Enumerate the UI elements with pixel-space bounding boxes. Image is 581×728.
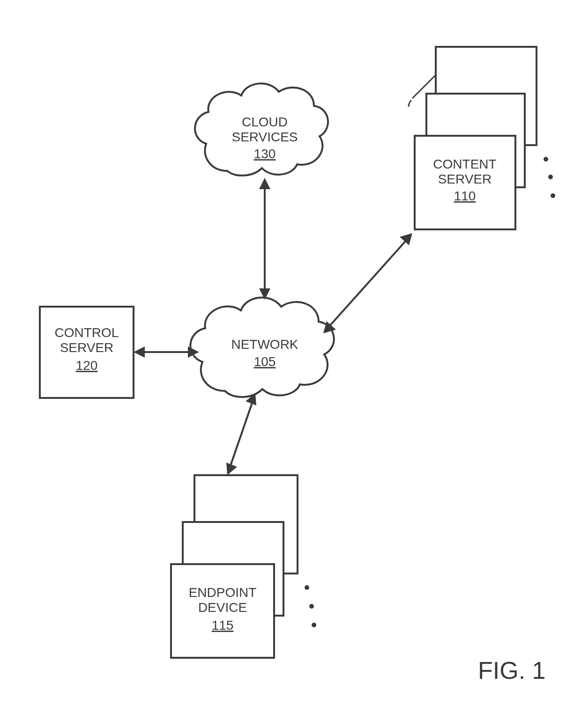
control-server-label-2: SERVER xyxy=(60,340,114,355)
cloud-services-label-2: SERVICES xyxy=(231,130,298,144)
network-label: NETWORK xyxy=(231,337,298,352)
control-server-node: CONTROL SERVER 120 xyxy=(40,307,134,398)
content-server-label-1: CONTENT xyxy=(433,157,496,171)
svg-marker-21 xyxy=(400,233,412,245)
cloud-services-num: 130 xyxy=(254,147,276,161)
conn-cloudservices-network xyxy=(259,178,270,300)
svg-point-10 xyxy=(305,585,309,590)
svg-marker-17 xyxy=(134,346,145,358)
endpoint-device-num: 115 xyxy=(212,618,234,632)
control-server-num: 120 xyxy=(76,358,98,373)
endpoint-device-label-1: ENDPOINT xyxy=(189,585,257,600)
ref-100-leader-tip xyxy=(409,100,411,107)
content-server-label-2: SERVER xyxy=(438,172,492,186)
endpoint-device-label-2: DEVICE xyxy=(198,600,247,615)
svg-line-22 xyxy=(230,400,253,468)
endpoint-device-node: ENDPOINT DEVICE 115 xyxy=(171,475,316,658)
content-server-num: 110 xyxy=(454,189,476,203)
svg-point-4 xyxy=(544,157,548,162)
control-server-label-1: CONTROL xyxy=(55,325,119,340)
svg-point-6 xyxy=(551,193,555,198)
diagram-canvas: 100 CLOUD SERVICES 130 NETWORK 105 CONTR… xyxy=(0,0,581,728)
network-num: 105 xyxy=(254,354,276,369)
svg-marker-14 xyxy=(259,178,270,189)
conn-network-contentserver xyxy=(323,233,412,333)
cloud-services-label-1: CLOUD xyxy=(242,115,288,129)
cloud-services-node: CLOUD SERVICES 130 xyxy=(195,83,328,176)
conn-network-endpoint xyxy=(226,393,256,475)
svg-point-12 xyxy=(312,623,316,627)
network-node: NETWORK 105 xyxy=(190,297,334,397)
figure-label: FIG. 1 xyxy=(478,657,545,684)
svg-point-5 xyxy=(548,175,553,179)
svg-line-19 xyxy=(328,239,408,328)
conn-controlserver-network xyxy=(134,346,199,358)
svg-point-11 xyxy=(309,604,314,609)
content-server-node: CONTENT SERVER 110 xyxy=(415,47,555,229)
